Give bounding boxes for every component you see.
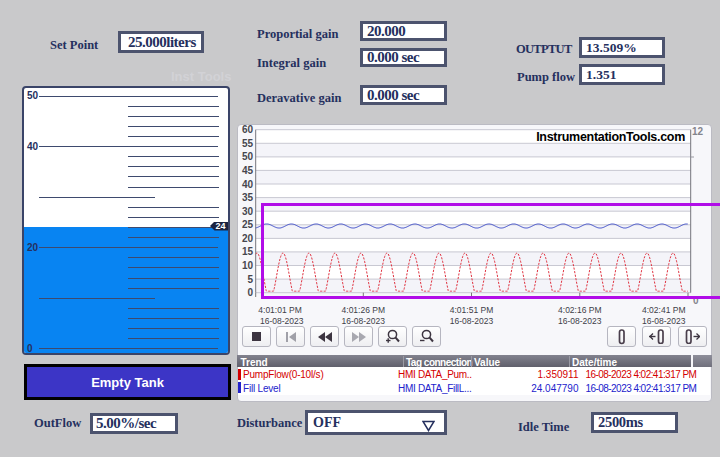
svg-text:4:02:16 PM: 4:02:16 PM (558, 305, 601, 315)
svg-text:4:01:01 PM: 4:01:01 PM (258, 305, 301, 315)
svg-text:10: 10 (242, 260, 254, 271)
svg-text:4:02:41 PM: 4:02:41 PM (642, 305, 685, 315)
svg-text:4:01:51 PM: 4:01:51 PM (450, 305, 493, 315)
svg-text:50: 50 (242, 151, 254, 162)
svg-text:16-08-2023: 16-08-2023 (342, 316, 386, 326)
svg-text:0: 0 (247, 287, 253, 298)
svg-text:25: 25 (242, 219, 254, 230)
svg-text:InstrumentationTools.com: InstrumentationTools.com (536, 130, 685, 144)
svg-text:5: 5 (247, 274, 253, 285)
svg-text:20: 20 (242, 233, 254, 244)
svg-text:12: 12 (692, 126, 704, 137)
svg-text:55: 55 (242, 138, 254, 149)
svg-text:16-08-2023: 16-08-2023 (558, 316, 602, 326)
svg-text:16-08-2023: 16-08-2023 (450, 316, 494, 326)
svg-text:35: 35 (242, 192, 254, 203)
svg-text:15: 15 (242, 246, 254, 257)
svg-text:60: 60 (242, 124, 254, 135)
svg-text:4:01:26 PM: 4:01:26 PM (342, 305, 385, 315)
svg-text:40: 40 (242, 179, 254, 190)
svg-text:16-08-2023: 16-08-2023 (260, 316, 304, 326)
svg-text:16-08-2023: 16-08-2023 (642, 316, 686, 326)
svg-text:45: 45 (242, 165, 254, 176)
svg-text:30: 30 (242, 206, 254, 217)
